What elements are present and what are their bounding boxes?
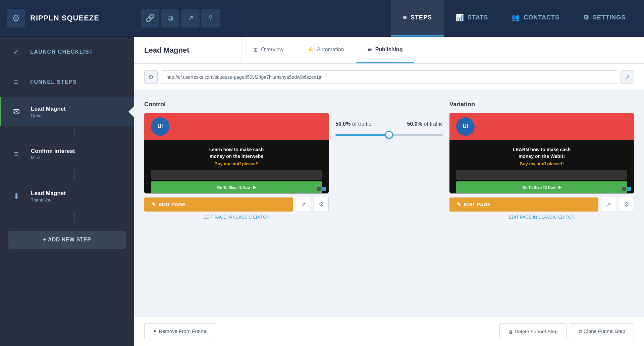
control-footer: Go To Step #2 Now [151,181,322,193]
main-nav-tabs: ≡ STEPS 📊 STATS 👥 CONTACTS ⚙ SETTINGS [391,0,637,37]
sidebar-item-confirm-interest[interactable]: ≡ Confirm interest Misc [0,139,134,168]
control-badge [317,187,326,191]
control-classic-editor-link[interactable]: EDIT PAGE IN CLASSIC EDITOR [144,215,329,220]
sub-tab-automation-label: Automation [317,47,344,53]
variation-footer: Go To Step #2 Now [456,181,627,193]
variation-external-link-button[interactable]: ↗ [601,197,616,212]
control-preview: UI Learn how to make cash money on the i… [144,113,329,193]
url-input[interactable] [161,70,617,84]
steps-icon: ≡ [403,14,407,21]
control-label: Control [144,101,329,108]
connector-line-2 [74,170,75,180]
top-nav: ⚙ RIPPLN SQUEEZE 🔗 ⧉ ↗ ? ≡ STEPS 📊 STATS… [0,0,644,37]
variation-cta: Buy my stuff please!! [456,161,627,166]
delete-funnel-step-button[interactable]: 🗑 Delete Funnel Step [499,323,567,339]
variation-label: Variation [449,101,634,108]
control-settings-button[interactable]: ⚙ [314,197,329,212]
variation-card-actions: ✎ EDIT PAGE ↗ ⚙ [449,197,634,212]
variation-traffic-text: of traffic [424,121,443,127]
split-test-row: Control UI Learn how to make cash money … [144,101,634,220]
main-layout: ✓ LAUNCH CHECKLIST ≡ FUNNEL STEPS ✉ Lead… [0,37,644,346]
url-open-icon[interactable]: ↗ [621,70,634,84]
url-bar-section: ⚙ ↗ [134,64,644,91]
external-link-button[interactable]: ↗ [181,9,200,27]
page-title: Lead Magnet [134,37,241,63]
bottom-actions: ✕ Remove From Funnel 🗑 Delete Funnel Ste… [134,316,644,346]
sub-tabs: ⊞ Overview ⚡ Automation ✏ Publishing [241,37,414,63]
sub-tab-publishing[interactable]: ✏ Publishing [356,37,415,63]
stats-icon: 📊 [455,13,464,21]
control-card-actions: ✎ EDIT PAGE ↗ ⚙ [144,197,329,212]
variation-preview: UI LEARN how to make cash money on the W… [449,113,634,193]
variation-preview-content: LEARN how to make cash money on the Web!… [449,140,634,193]
lead-magnet-sub: Optin [31,113,66,118]
link-button[interactable]: 🔗 [141,9,159,27]
active-arrow [128,106,135,118]
step-connector-1 [0,126,134,139]
sidebar-item-lead-magnet-thankyou[interactable]: ⬇ Lead Magnet Thank You [0,182,134,211]
sub-tab-overview[interactable]: ⊞ Overview [241,37,295,63]
sidebar-item-funnel-steps[interactable]: ≡ FUNNEL STEPS [0,67,134,97]
control-form [151,170,322,180]
control-logo: UI [151,117,169,136]
control-cta: Buy my stuff please!! [151,161,322,166]
tab-stats[interactable]: 📊 STATS [444,0,500,37]
launch-checklist-label: LAUNCH CHECKLIST [30,49,93,55]
automation-lightning-icon: ⚡ [307,47,314,53]
tab-contacts[interactable]: 👥 CONTACTS [500,0,571,37]
download-icon: ⬇ [8,188,25,205]
traffic-labels: 50.0% of traffic 50.0% of traffic [335,121,443,127]
menu-icon: ≡ [8,146,25,162]
variation-edit-page-button[interactable]: ✎ EDIT PAGE [449,197,598,212]
control-edit-page-button[interactable]: ✎ EDIT PAGE [144,197,293,212]
remove-from-funnel-button[interactable]: ✕ Remove From Funnel [144,323,216,339]
contacts-icon: 👥 [512,13,520,21]
control-card: Control UI Learn how to make cash money … [144,101,329,220]
sidebar-item-text-thankyou: Lead Magnet Thank You [31,190,66,203]
variation-badge [622,187,631,191]
control-preview-content: Learn how to make cash money on the inte… [144,140,329,193]
variation-headline: LEARN how to make cash money on the Web!… [456,147,627,160]
copy-button[interactable]: ⧉ [161,9,179,27]
variation-form [456,170,627,180]
sidebar-item-lead-magnet-optin[interactable]: ✉ Lead Magnet Optin [0,97,134,126]
tab-settings-label: SETTINGS [593,14,626,21]
variation-preview-header: UI [449,113,634,140]
logo-area: ⚙ RIPPLN SQUEEZE [7,9,134,27]
checklist-icon: ✓ [8,44,23,59]
sub-tab-automation[interactable]: ⚡ Automation [295,37,356,63]
app-logo-icon[interactable]: ⚙ [7,9,25,27]
funnel-steps-label: FUNNEL STEPS [30,79,77,85]
help-button[interactable]: ? [201,9,220,27]
step-connector-2 [0,168,134,182]
connector-line-3 [74,212,75,222]
variation-classic-editor-link[interactable]: EDIT PAGE IN CLASSIC EDITOR [449,215,634,220]
badge-dot-2 [322,187,326,191]
step-connector-3 [0,211,134,224]
sub-tab-overview-label: Overview [261,47,283,53]
split-test-area: Control UI Learn how to make cash money … [134,91,644,316]
overview-grid-icon: ⊞ [253,47,258,53]
add-new-step-button[interactable]: + ADD NEW STEP [8,231,126,249]
traffic-slider-thumb[interactable] [385,131,393,139]
clone-funnel-step-button[interactable]: ⧉ Clone Funnel Step [570,323,634,339]
confirm-interest-sub: Misc [31,155,75,160]
sidebar-item-text-lead-magnet: Lead Magnet Optin [31,106,66,118]
variation-settings-button[interactable]: ⚙ [619,197,634,212]
variation-traffic-pct: 50.0% [407,121,422,127]
variation-traffic-label: 50.0% of traffic [407,121,443,127]
badge-dot-1 [317,187,321,191]
url-settings-icon[interactable]: ⚙ [144,70,158,84]
sidebar-item-launch-checklist[interactable]: ✓ LAUNCH CHECKLIST [0,37,134,67]
tab-steps[interactable]: ≡ STEPS [391,0,444,37]
settings-icon: ⚙ [583,13,589,21]
tab-settings[interactable]: ⚙ SETTINGS [571,0,637,37]
email-icon: ✉ [8,103,25,120]
tab-contacts-label: CONTACTS [524,14,559,21]
control-external-link-button[interactable]: ↗ [296,197,311,212]
app-title: RIPPLN SQUEEZE [30,14,99,22]
thankyou-sub: Thank You [31,197,66,203]
variation-edit-icon: ✎ [457,201,461,208]
traffic-slider-track [335,134,443,136]
lead-magnet-name: Lead Magnet [31,106,66,112]
